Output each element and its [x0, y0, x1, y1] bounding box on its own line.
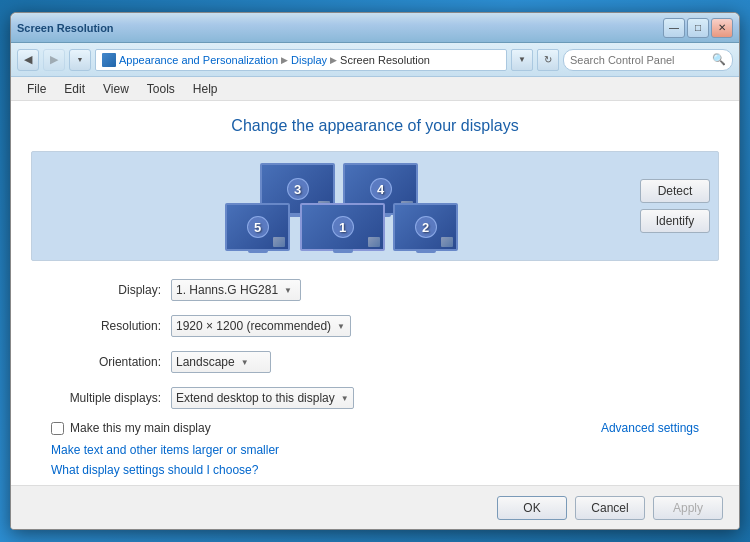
menu-file[interactable]: File: [19, 80, 54, 98]
monitor-group: 3 4 5 1: [205, 161, 465, 251]
link-row-2: What display settings should I choose?: [31, 463, 719, 477]
cancel-button[interactable]: Cancel: [575, 496, 645, 520]
main-window: Screen Resolution — □ ✕ ◀ ▶ ▼ Appearance…: [10, 12, 740, 530]
recent-button[interactable]: ▼: [69, 49, 91, 71]
close-button[interactable]: ✕: [711, 18, 733, 38]
display-select[interactable]: 1. Hanns.G HG281 ▼: [171, 279, 301, 301]
breadcrumb-appearance[interactable]: Appearance and Personalization: [119, 54, 278, 66]
breadcrumb-sep-2: ▶: [330, 55, 337, 65]
resolution-arrow: ▼: [337, 322, 345, 331]
multiple-arrow: ▼: [341, 394, 349, 403]
menu-edit[interactable]: Edit: [56, 80, 93, 98]
display-label: Display:: [51, 283, 171, 297]
monitor-2-icon: [441, 237, 453, 247]
monitor-4-badge: 4: [370, 178, 392, 200]
breadcrumb-current: Screen Resolution: [340, 54, 430, 66]
search-box: 🔍: [563, 49, 733, 71]
monitor-5[interactable]: 5: [225, 203, 290, 251]
breadcrumb-display[interactable]: Display: [291, 54, 327, 66]
bottom-bar: OK Cancel Apply: [11, 485, 739, 529]
forward-button[interactable]: ▶: [43, 49, 65, 71]
monitor-1-icon: [368, 237, 380, 247]
breadcrumb: Appearance and Personalization ▶ Display…: [95, 49, 507, 71]
monitor-1-badge: 1: [332, 216, 354, 238]
monitor-area: 3 4 5 1: [32, 152, 638, 260]
display-value: 1. Hanns.G HG281: [176, 283, 278, 297]
address-dropdown[interactable]: ▼: [511, 49, 533, 71]
back-button[interactable]: ◀: [17, 49, 39, 71]
orientation-arrow: ▼: [241, 358, 249, 367]
resolution-select[interactable]: 1920 × 1200 (recommended) ▼: [171, 315, 351, 337]
refresh-button[interactable]: ↻: [537, 49, 559, 71]
apply-button[interactable]: Apply: [653, 496, 723, 520]
search-icon[interactable]: 🔍: [712, 53, 726, 66]
menu-view[interactable]: View: [95, 80, 137, 98]
display-settings-link[interactable]: What display settings should I choose?: [51, 463, 258, 477]
minimize-button[interactable]: —: [663, 18, 685, 38]
main-content: Change the appearance of your displays 3…: [11, 101, 739, 485]
menu-tools[interactable]: Tools: [139, 80, 183, 98]
title-bar: Screen Resolution — □ ✕: [11, 13, 739, 43]
form-area: Display: 1. Hanns.G HG281 ▼ Resolution: …: [31, 277, 719, 411]
multiple-value: Extend desktop to this display: [176, 391, 335, 405]
menu-bar: File Edit View Tools Help: [11, 77, 739, 101]
window-controls: — □ ✕: [663, 18, 733, 38]
detect-identify-area: Detect Identify: [640, 179, 710, 233]
monitor-5-badge: 5: [247, 216, 269, 238]
menu-help[interactable]: Help: [185, 80, 226, 98]
monitor-1[interactable]: 1: [300, 203, 385, 251]
main-display-row: Make this my main display Advanced setti…: [31, 421, 719, 435]
page-title: Change the appearance of your displays: [31, 117, 719, 135]
multiple-select[interactable]: Extend desktop to this display ▼: [171, 387, 354, 409]
breadcrumb-sep-1: ▶: [281, 55, 288, 65]
link-row-1: Make text and other items larger or smal…: [31, 443, 719, 457]
orientation-row: Orientation: Landscape ▼: [51, 349, 699, 375]
monitor-2-badge: 2: [415, 216, 437, 238]
main-display-checkbox[interactable]: [51, 422, 64, 435]
orientation-select[interactable]: Landscape ▼: [171, 351, 271, 373]
monitor-2[interactable]: 2: [393, 203, 458, 251]
resolution-label: Resolution:: [51, 319, 171, 333]
orientation-label: Orientation:: [51, 355, 171, 369]
monitor-3-badge: 3: [287, 178, 309, 200]
ok-button[interactable]: OK: [497, 496, 567, 520]
display-preview: 3 4 5 1: [31, 151, 719, 261]
window-title: Screen Resolution: [17, 22, 114, 34]
monitor-5-icon: [273, 237, 285, 247]
main-display-label: Make this my main display: [70, 421, 211, 435]
detect-button[interactable]: Detect: [640, 179, 710, 203]
text-size-link[interactable]: Make text and other items larger or smal…: [51, 443, 279, 457]
resolution-value: 1920 × 1200 (recommended): [176, 319, 331, 333]
search-input[interactable]: [570, 54, 708, 66]
identify-button[interactable]: Identify: [640, 209, 710, 233]
resolution-row: Resolution: 1920 × 1200 (recommended) ▼: [51, 313, 699, 339]
orientation-value: Landscape: [176, 355, 235, 369]
maximize-button[interactable]: □: [687, 18, 709, 38]
display-arrow: ▼: [284, 286, 292, 295]
advanced-settings-link[interactable]: Advanced settings: [601, 421, 699, 435]
multiple-displays-row: Multiple displays: Extend desktop to thi…: [51, 385, 699, 411]
breadcrumb-icon: [102, 53, 116, 67]
address-bar: ◀ ▶ ▼ Appearance and Personalization ▶ D…: [11, 43, 739, 77]
multiple-label: Multiple displays:: [51, 391, 171, 405]
display-row: Display: 1. Hanns.G HG281 ▼: [51, 277, 699, 303]
